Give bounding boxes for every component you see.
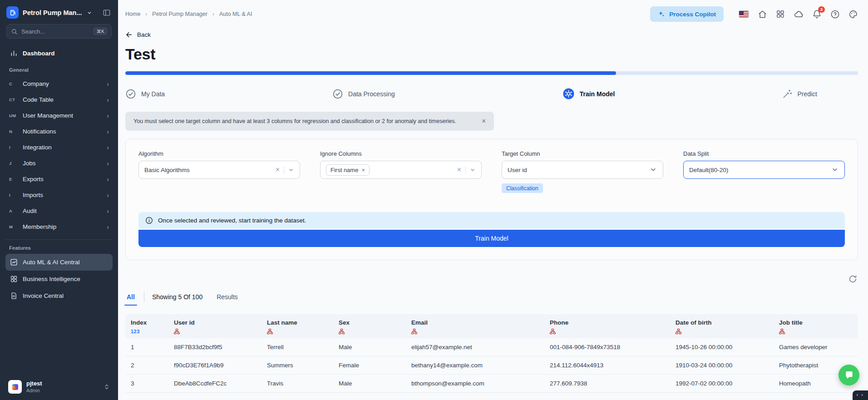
notifications-abbr-icon: N [9, 129, 18, 134]
ignore-columns-field: Ignore Columns First name × × [320, 150, 482, 179]
sidebar-item-label: User Management [23, 112, 102, 119]
home-button[interactable] [758, 10, 767, 19]
col-header-sex[interactable]: Sex [333, 314, 406, 338]
col-header-date-of-birth[interactable]: Date of birth [670, 314, 774, 338]
step-my-data[interactable]: My Data [125, 88, 165, 100]
theme-palette-button[interactable] [848, 10, 858, 19]
sidebar-item-invoice-central[interactable]: Invoice Central [5, 287, 113, 304]
check-circle-icon [125, 89, 136, 99]
sidebar-item-label: Imports [23, 192, 102, 198]
results-toolbar [125, 274, 858, 284]
breadcrumb-separator-icon: › [212, 11, 214, 17]
chip-remove-button[interactable]: × [361, 167, 365, 173]
breadcrumb-auto-ml-ai[interactable]: Auto ML & AI [219, 11, 252, 17]
refresh-button[interactable] [848, 274, 858, 284]
cell-last-name: Travis [261, 375, 333, 393]
sidebar-item-integration[interactable]: I Integration › [5, 139, 113, 155]
col-header-user-id[interactable]: User id [168, 314, 261, 338]
tab-all[interactable]: All [125, 293, 136, 301]
user-name: pjtest [26, 380, 99, 387]
cell-last-name: Summers [261, 356, 333, 375]
cell-job-title: Games developer [774, 338, 858, 356]
process-copilot-button[interactable]: Process Copilot [650, 6, 724, 22]
user-menu[interactable]: pjtest Admin [5, 376, 113, 395]
chevron-down-icon [86, 10, 93, 16]
step-label: Predict [797, 90, 817, 98]
page-content: Back Test My Data Data Processing [118, 28, 868, 400]
col-header-email[interactable]: Email [406, 314, 544, 338]
chevron-down-icon [649, 166, 657, 174]
algorithm-select[interactable]: Basic Algorithms × [138, 161, 300, 179]
train-model-button[interactable]: Train Model [138, 230, 845, 247]
help-button[interactable] [830, 10, 840, 19]
sidebar-item-label: Code Table [23, 96, 102, 103]
col-header-last-name[interactable]: Last name [261, 314, 333, 338]
language-flag-us-icon[interactable] [739, 10, 749, 18]
step-predict[interactable]: Predict [782, 88, 817, 100]
app-logo-icon [6, 6, 19, 19]
model-config-form: Algorithm Basic Algorithms × Ignore Colu… [138, 150, 845, 193]
search-input[interactable] [21, 28, 90, 35]
cloud-button[interactable] [794, 9, 804, 19]
chevron-right-icon: › [107, 128, 109, 135]
cell-date-of-birth: 1945-10-26 00:00:00 [670, 338, 774, 356]
progress-bar [125, 71, 858, 75]
chevron-down-icon[interactable] [469, 167, 476, 173]
algorithm-field: Algorithm Basic Algorithms × [138, 150, 300, 179]
breadcrumb: Home › Petrol Pump Manager › Auto ML & A… [125, 11, 252, 17]
notifications-bell-button[interactable]: 3 [812, 10, 822, 19]
back-button[interactable]: Back [125, 31, 151, 39]
target-column-select[interactable]: User id [502, 161, 663, 179]
cell-last-name: Terrell [261, 338, 333, 356]
col-header-index[interactable]: Index 123 [125, 314, 168, 338]
chevron-down-icon[interactable] [288, 167, 294, 173]
step-data-processing[interactable]: Data Processing [332, 88, 395, 100]
chat-widget-button[interactable] [838, 365, 859, 385]
cell-user-id: DbeAb8CcdfeFC2c [168, 375, 261, 393]
sidebar-item-membership[interactable]: M Membership › [5, 219, 113, 235]
target-column-field: Target Column User id Classification [502, 150, 663, 193]
apps-grid-button[interactable] [776, 10, 785, 19]
ignore-columns-multiselect[interactable]: First name × × [320, 161, 482, 179]
step-train-model[interactable]: Train Model [562, 88, 615, 100]
alert-close-button[interactable]: × [482, 118, 486, 125]
avatar [8, 380, 22, 394]
train-model-icon [562, 88, 575, 100]
invoice-icon [9, 292, 18, 300]
breadcrumb-petrol-pump-manager[interactable]: Petrol Pump Manager [152, 11, 207, 17]
breadcrumb-home[interactable]: Home [125, 11, 140, 17]
sidebar-item-exports[interactable]: E Exports › [5, 171, 113, 187]
sidebar-item-label: Audit [23, 207, 102, 214]
chevron-right-icon: › [107, 81, 109, 87]
collapse-corner-handle[interactable]: ‹ › [853, 390, 868, 400]
cell-email: elijah57@example.net [406, 338, 544, 356]
sidebar-item-label: Business Intelligence [23, 276, 109, 282]
sidebar-item-audit[interactable]: A Audit › [5, 203, 113, 219]
sidebar-item-dashboard[interactable]: Dashboard [5, 45, 113, 62]
sidebar-item-notifications[interactable]: N Notifications › [5, 123, 113, 139]
data-split-select[interactable]: Default(80-20) [683, 161, 845, 179]
ignore-columns-clear-button[interactable]: × [453, 166, 465, 173]
algorithm-clear-button[interactable]: × [271, 166, 284, 173]
workspace-switcher[interactable]: Petrol Pump Man... [6, 6, 99, 19]
sidebar-item-imports[interactable]: I Imports › [5, 187, 113, 203]
cell-phone: 001-084-906-7849x73518 [544, 338, 670, 356]
features-section: Features Auto ML & AI Central Business I… [5, 239, 113, 304]
chevron-down-icon [831, 166, 839, 174]
sidebar-item-business-intelligence[interactable]: Business Intelligence [5, 271, 113, 287]
category-type-icon [339, 328, 400, 335]
sidebar-item-company[interactable]: C Company › [5, 76, 113, 92]
sidebar-item-jobs[interactable]: J Jobs › [5, 155, 113, 171]
sidebar-item-label: Invoice Central [23, 292, 109, 299]
sidebar-item-code-table[interactable]: CT Code Table › [5, 92, 113, 108]
select-separator [284, 166, 284, 174]
col-header-phone[interactable]: Phone [544, 314, 670, 338]
sidebar-item-user-management[interactable]: UM User Management › [5, 108, 113, 123]
sidebar-item-label: Membership [23, 223, 102, 230]
sidebar-item-auto-ml-ai-central[interactable]: Auto ML & AI Central [5, 254, 113, 271]
target-column-label: Target Column [502, 150, 663, 157]
cell-index: 2 [125, 356, 168, 375]
sidebar-collapse-button[interactable] [102, 8, 112, 18]
col-header-job-title[interactable]: Job title [774, 314, 858, 338]
table-header: Index 123 User id Last name Sex [125, 314, 858, 338]
